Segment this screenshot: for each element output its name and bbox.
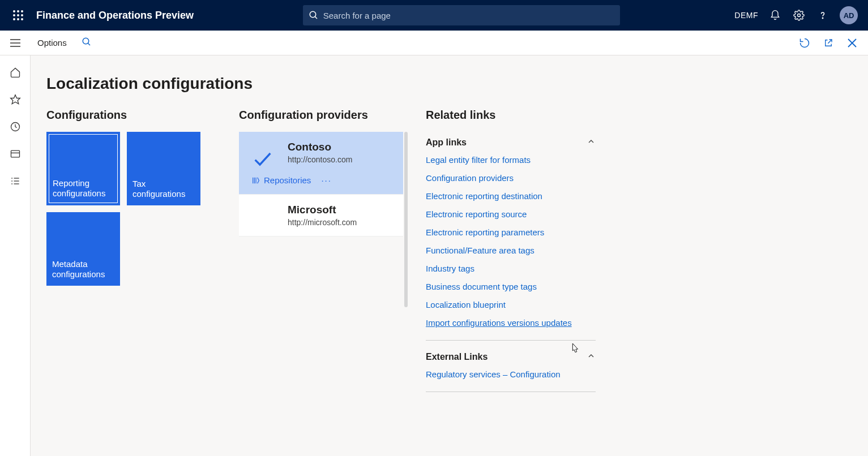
search-input[interactable] [323,11,614,20]
svg-point-12 [822,18,823,18]
search-box[interactable] [303,5,620,25]
page-title: Localization configurations [46,75,852,93]
provider-name: Microsoft [288,204,393,216]
svg-point-5 [21,14,23,16]
link-configuration-providers[interactable]: Configuration providers [426,173,596,183]
svg-point-8 [21,18,23,20]
tile-reporting-configurations[interactable]: Reporting configurations [46,132,120,205]
svg-point-1 [17,10,19,12]
chevron-up-icon[interactable] [587,137,596,148]
tile-metadata-configurations[interactable]: Metadata configurations [46,212,120,286]
menu-toggle-icon[interactable] [0,38,31,48]
tile-label: Tax configurations [132,179,195,200]
home-icon[interactable] [8,66,22,79]
refresh-icon[interactable] [797,35,813,51]
related-links-section: Related links App links Legal entity fil… [426,109,596,398]
svg-point-2 [21,10,23,12]
app-links-heading: App links [426,137,467,148]
link-er-source[interactable]: Electronic reporting source [426,209,596,219]
related-links-heading: Related links [426,109,596,122]
svg-point-3 [13,14,15,16]
link-localization-blueprint[interactable]: Localization blueprint [426,300,596,309]
svg-point-9 [310,11,316,18]
link-industry-tags[interactable]: Industry tags [426,264,596,273]
bell-icon[interactable] [768,8,782,22]
svg-line-10 [315,16,317,19]
tile-tax-configurations[interactable]: Tax configurations [127,132,200,205]
tile-label: Metadata configurations [52,259,114,281]
link-regulatory-services[interactable]: Regulatory services – Configuration [426,369,596,379]
provider-row[interactable]: Microsoft http://microsoft.com [239,195,403,236]
repositories-link[interactable]: Repositories [251,175,311,185]
left-rail [0,55,31,456]
svg-line-17 [88,43,90,45]
provider-url: http://contoso.com [288,155,393,164]
svg-point-4 [17,14,19,16]
external-links-heading: External Links [426,352,488,362]
configurations-heading: Configurations [46,109,216,122]
svg-marker-20 [10,95,20,104]
provider-name: Contoso [288,141,393,153]
popout-icon[interactable] [820,35,836,51]
chevron-up-icon[interactable] [587,351,596,363]
app-title: Finance and Operations Preview [36,10,194,21]
providers-section: Configuration providers Contoso http://c… [239,109,403,236]
more-icon[interactable]: ··· [321,175,332,185]
divider [426,392,596,392]
svg-point-7 [17,18,19,20]
clock-icon[interactable] [8,120,22,134]
app-launcher-icon[interactable] [5,10,32,20]
check-icon [251,148,274,173]
repository-icon [251,176,260,185]
svg-point-11 [798,14,801,17]
search-icon [309,10,319,20]
company-code[interactable]: DEMF [734,11,758,20]
help-icon[interactable] [816,8,829,22]
workspace-icon[interactable] [8,147,22,161]
link-er-destination[interactable]: Electronic reporting destination [426,191,596,201]
avatar[interactable]: AD [840,6,858,24]
link-functional-tags[interactable]: Functional/Feature area tags [426,246,596,255]
modules-icon[interactable] [8,174,22,188]
configurations-section: Configurations Reporting configurations … [46,109,216,286]
providers-heading: Configuration providers [239,109,403,122]
link-import-configurations-updates[interactable]: Import configurations versions updates [426,318,596,328]
svg-point-16 [83,38,89,44]
options-menu[interactable]: Options [37,38,67,48]
star-icon[interactable] [8,93,22,106]
top-nav: Finance and Operations Preview DEMF AD [0,0,868,31]
scrollbar[interactable] [404,132,408,307]
close-icon[interactable] [844,35,860,51]
svg-point-6 [13,18,15,20]
svg-point-0 [13,10,15,12]
provider-row[interactable]: Contoso http://contoso.com Repositories … [239,132,403,195]
actionbar-search-icon[interactable] [82,37,92,49]
link-business-doc-tags[interactable]: Business document type tags [426,282,596,291]
action-bar: Options [0,31,868,55]
link-er-parameters[interactable]: Electronic reporting parameters [426,227,596,237]
gear-icon[interactable] [792,8,806,22]
provider-url: http://microsoft.com [288,218,393,227]
divider [426,340,596,341]
svg-rect-22 [11,150,19,157]
tile-label: Reporting configurations [53,178,114,200]
link-legal-entity-filter[interactable]: Legal entity filter for formats [426,155,596,165]
